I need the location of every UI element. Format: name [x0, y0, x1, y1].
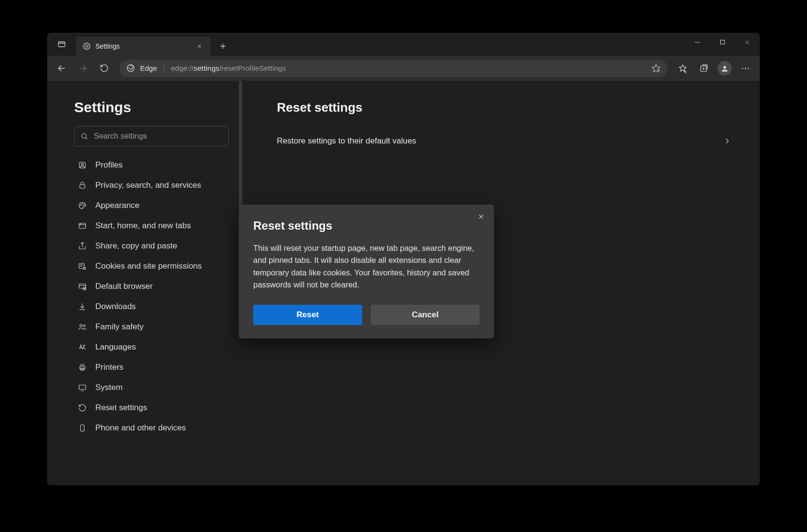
share-icon [77, 242, 88, 250]
svg-point-48 [80, 324, 82, 326]
gear-icon [83, 42, 91, 50]
cancel-button[interactable]: Cancel [371, 305, 480, 325]
nav-system[interactable]: System [74, 377, 229, 398]
settings-search-input[interactable] [94, 132, 222, 141]
url-path: /resetProfileSettings [220, 64, 286, 72]
svg-rect-51 [80, 366, 85, 369]
settings-search[interactable] [74, 126, 229, 146]
dialog-body: This will reset your startup page, new t… [253, 242, 480, 291]
nav-label: Default browser [95, 282, 153, 291]
nav-label: Share, copy and paste [95, 241, 177, 251]
arrow-right-icon [78, 64, 88, 73]
toolbar: Edge edge://settings/resetProfileSetting… [47, 56, 760, 81]
nav-cookies[interactable]: Cookies and site permissions [74, 256, 229, 276]
nav-label: Family safety [95, 322, 143, 332]
nav-label: Privacy, search, and services [95, 181, 201, 190]
language-icon [77, 343, 88, 351]
chevron-right-icon [723, 137, 731, 145]
dialog-buttons: Reset Cancel [253, 305, 480, 325]
url-host: settings [194, 64, 219, 72]
collections-button[interactable] [694, 59, 714, 78]
screenshot-frame: Settings [0, 0, 807, 532]
address-bar[interactable]: Edge edge://settings/resetProfileSetting… [119, 60, 667, 77]
page-heading: Reset settings [277, 100, 731, 115]
more-button[interactable] [736, 59, 755, 78]
download-icon [77, 302, 88, 311]
collections-icon [699, 64, 709, 73]
nav-reset[interactable]: Reset settings [74, 398, 229, 418]
sidebar-title: Settings [74, 99, 229, 116]
nav-languages[interactable]: Languages [74, 337, 229, 357]
browser-check-icon [77, 282, 88, 291]
cookie-settings-icon [77, 262, 88, 271]
svg-line-28 [86, 138, 87, 139]
window-minimize-button[interactable] [685, 33, 710, 52]
nav-label: Downloads [95, 302, 136, 311]
restore-defaults-row[interactable]: Restore settings to their default values [277, 130, 731, 153]
nav-downloads[interactable]: Downloads [74, 297, 229, 317]
svg-rect-53 [79, 385, 86, 389]
svg-point-32 [80, 205, 81, 206]
reset-settings-dialog: Reset settings This will reset your star… [239, 205, 494, 338]
nav-phone[interactable]: Phone and other devices [74, 418, 229, 438]
back-button[interactable] [52, 59, 71, 78]
svg-rect-35 [79, 223, 86, 228]
nav-label: Phone and other devices [95, 423, 186, 433]
svg-point-30 [81, 163, 84, 166]
close-icon [744, 39, 750, 45]
svg-point-34 [84, 205, 85, 206]
nav-label: Printers [95, 363, 124, 372]
nav-label: Start, home, and new tabs [95, 221, 191, 231]
phone-icon [77, 424, 88, 432]
plus-icon [219, 42, 227, 50]
tab-close-button[interactable] [194, 40, 205, 52]
refresh-button[interactable] [94, 59, 114, 78]
window-controls [685, 33, 760, 52]
star-lines-icon [678, 64, 688, 73]
tab-settings[interactable]: Settings [76, 37, 211, 56]
svg-marker-14 [652, 65, 660, 72]
forward-button[interactable] [73, 59, 92, 78]
nav-label: Appearance [95, 201, 140, 210]
svg-point-23 [723, 65, 726, 68]
svg-point-37 [80, 223, 81, 224]
window-maximize-button[interactable] [710, 33, 735, 52]
favorites-button[interactable] [673, 59, 692, 78]
monitor-icon [77, 383, 88, 392]
nav-family[interactable]: Family safety [74, 317, 229, 337]
reset-button[interactable]: Reset [253, 305, 362, 325]
nav-label: Reset settings [95, 403, 147, 413]
svg-rect-43 [79, 284, 86, 288]
lock-icon [77, 181, 88, 190]
minimize-icon [694, 39, 700, 45]
nav-share-copy[interactable]: Share, copy and paste [74, 236, 229, 256]
ellipsis-icon [741, 64, 750, 73]
nav-appearance[interactable]: Appearance [74, 195, 229, 216]
settings-sidebar: Settings Profiles Privacy, search, and s… [47, 81, 242, 485]
svg-point-26 [748, 67, 749, 69]
svg-point-24 [742, 67, 743, 69]
star-plus-icon [651, 64, 661, 73]
nav-label: Cookies and site permissions [95, 261, 202, 271]
nav-printers[interactable]: Printers [74, 357, 229, 377]
edge-logo-icon [126, 64, 135, 73]
nav-default-browser[interactable]: Default browser [74, 276, 229, 297]
nav-profiles[interactable]: Profiles [74, 155, 229, 175]
window-close-button[interactable] [735, 33, 760, 52]
nav-privacy[interactable]: Privacy, search, and services [74, 175, 229, 195]
svg-point-25 [745, 67, 746, 69]
dialog-close-button[interactable] [475, 210, 487, 223]
window-icon [77, 221, 88, 230]
tab-overview-button[interactable] [47, 33, 76, 56]
profile-avatar-button[interactable] [717, 61, 732, 76]
profile-icon [77, 161, 88, 169]
address-separator [164, 64, 164, 73]
nav-start-home[interactable]: Start, home, and new tabs [74, 216, 229, 236]
url-prefix: edge:// [171, 64, 194, 72]
new-tab-button[interactable] [215, 38, 231, 54]
svg-point-27 [82, 133, 86, 138]
favorite-add-button[interactable] [651, 64, 661, 73]
person-icon [720, 64, 729, 73]
svg-marker-17 [679, 65, 686, 71]
close-icon [478, 213, 484, 220]
